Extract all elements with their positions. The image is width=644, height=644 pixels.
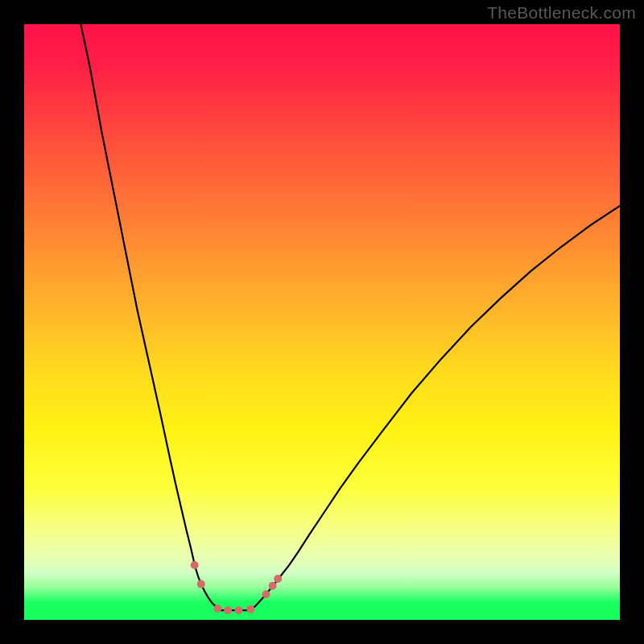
marker-right-3: [274, 575, 282, 583]
curve-right-branch: [250, 206, 620, 610]
marker-bottom-4: [246, 605, 254, 613]
marker-right-1: [262, 590, 270, 598]
curve-left-branch: [80, 24, 221, 610]
chart-container: TheBottleneck.com: [0, 0, 644, 644]
watermark-text: TheBottleneck.com: [487, 3, 636, 23]
plot-area: [24, 24, 620, 620]
markers-group: [191, 561, 283, 614]
marker-bottom-3: [234, 606, 242, 614]
marker-left-1: [191, 561, 199, 569]
chart-svg: [24, 24, 620, 620]
marker-bottom-2: [224, 606, 232, 614]
marker-left-2: [197, 580, 205, 588]
marker-right-2: [269, 582, 277, 590]
marker-bottom-1: [214, 605, 222, 613]
